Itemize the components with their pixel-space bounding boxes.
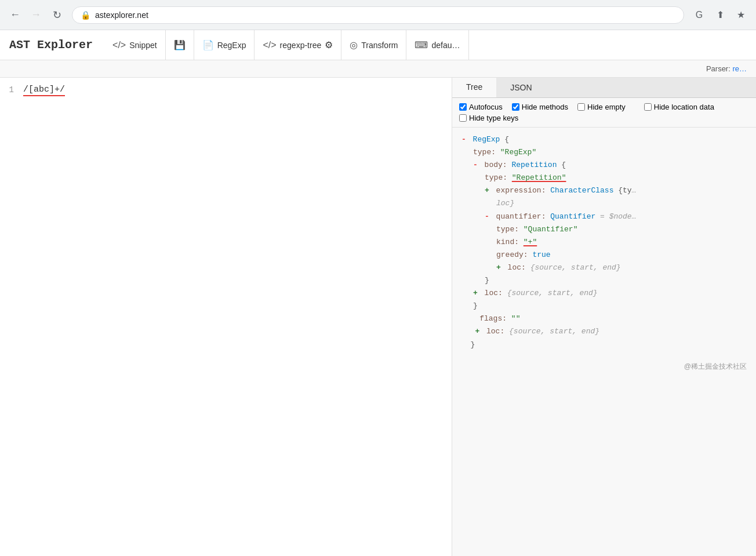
default-menu[interactable]: ⌨ defau… <box>406 30 468 60</box>
ast-line: + loc: {source, start, end} <box>461 325 747 338</box>
ast-line: + loc: {source, start, end} <box>461 287 747 300</box>
ast-line: loc} <box>461 197 747 210</box>
address-bar[interactable]: 🔒 astexplorer.net <box>72 6 684 24</box>
ast-tree: - RegExp { type: "RegExp" - body: Repeti… <box>452 128 756 357</box>
snippet-label: Snippet <box>129 41 157 50</box>
lock-icon: 🔒 <box>81 10 90 20</box>
tab-json[interactable]: JSON <box>496 78 546 97</box>
share-button[interactable]: ⬆ <box>712 7 728 23</box>
code-text: /[abc]+/ <box>23 85 65 95</box>
gear-icon: ⚙ <box>325 39 333 50</box>
ast-line: kind: "+" <box>461 236 747 249</box>
ast-line: - RegExp { <box>461 133 747 146</box>
editor-line: 1 /[abc]+/ <box>0 83 452 96</box>
ast-line: - body: Repetition { <box>461 159 747 172</box>
browser-chrome: ← → ↻ 🔒 astexplorer.net G ⬆ ★ <box>0 0 756 30</box>
regexp-label: RegExp <box>217 41 246 50</box>
red-underline <box>23 95 65 96</box>
transform-menu[interactable]: ◎ Transform <box>341 30 406 60</box>
main-layout: 1 /[abc]+/ Tree JSON Autofocus Hide meth… <box>0 78 756 556</box>
ast-line: } <box>461 274 747 287</box>
url-text: astexplorer.net <box>95 10 148 20</box>
ast-line: + expression: CharacterClass {ty… <box>461 184 747 197</box>
hide-empty-checkbox[interactable]: Hide empty <box>577 103 626 111</box>
regexp-type: RegExp <box>468 133 500 146</box>
checkboxes-bar: Autofocus Hide methods Hide empty Hide l… <box>452 98 756 128</box>
hide-empty-label: Hide empty <box>587 103 626 111</box>
parser-menu[interactable]: </> regexp-tree ⚙ <box>255 30 341 60</box>
reload-button[interactable]: ↻ <box>49 7 65 23</box>
app-header: AST Explorer </> Snippet 💾 📄 RegExp </> … <box>0 30 756 60</box>
editor-panel[interactable]: 1 /[abc]+/ <box>0 78 452 556</box>
transform-label: Transform <box>361 41 398 50</box>
app-title: AST Explorer <box>9 38 93 52</box>
save-button[interactable]: 💾 <box>166 30 194 60</box>
expand-loc-body[interactable]: + <box>473 287 478 300</box>
regexp-menu[interactable]: 📄 RegExp <box>194 30 255 60</box>
ast-line: } <box>461 339 747 351</box>
ast-panel: Tree JSON Autofocus Hide methods Hide em… <box>452 78 756 556</box>
autofocus-label: Autofocus <box>469 103 503 111</box>
ast-line: type: "Repetition" <box>461 172 747 184</box>
parser-bar-label: Parser: <box>706 64 730 73</box>
hide-type-keys-checkbox[interactable]: Hide type keys <box>459 114 518 122</box>
regexp-icon: 📄 <box>202 39 214 50</box>
default-label: defau… <box>431 41 460 50</box>
editor-content: 1 /[abc]+/ <box>0 78 452 101</box>
line-number: 1 <box>0 85 23 95</box>
save-icon: 💾 <box>174 39 186 50</box>
hide-methods-label: Hide methods <box>522 103 568 111</box>
forward-button[interactable]: → <box>28 7 44 23</box>
ast-line: + loc: {source, start, end} <box>461 261 747 274</box>
translate-button[interactable]: G <box>691 7 707 23</box>
ast-line: greedy: true <box>461 249 747 261</box>
parser-bar-link[interactable]: re… <box>732 64 747 73</box>
back-button[interactable]: ← <box>7 7 23 23</box>
parser-label: regexp-tree <box>280 41 322 50</box>
collapse-regexp[interactable]: - <box>461 133 466 146</box>
tab-tree[interactable]: Tree <box>452 78 496 97</box>
ast-line: type: "RegExp" <box>461 146 747 159</box>
ast-line: } <box>461 300 747 312</box>
bookmark-button[interactable]: ★ <box>733 7 749 23</box>
autofocus-checkbox[interactable]: Autofocus <box>459 103 503 111</box>
hide-location-label: Hide location data <box>654 103 714 111</box>
ast-line: type: "Quantifier" <box>461 223 747 236</box>
snippet-icon: </> <box>112 40 126 50</box>
browser-actions: G ⬆ ★ <box>691 7 749 23</box>
collapse-body[interactable]: - <box>473 159 478 172</box>
hide-methods-checkbox[interactable]: Hide methods <box>512 103 568 111</box>
code-value: /[abc]+/ <box>23 85 65 95</box>
expand-loc-root[interactable]: + <box>461 325 479 338</box>
expand-expression[interactable]: + <box>485 184 489 197</box>
hide-location-checkbox[interactable]: Hide location data <box>644 103 714 111</box>
ast-line: flags: "" <box>461 312 747 325</box>
ast-tabs: Tree JSON <box>452 78 756 98</box>
collapse-quantifier[interactable]: - <box>485 210 489 223</box>
ast-line: - quantifier: Quantifier = $node… <box>461 210 747 223</box>
keyboard-icon: ⌨ <box>415 39 428 50</box>
parser-bar: Parser: re… <box>0 60 756 78</box>
snippet-menu[interactable]: </> Snippet <box>104 30 166 60</box>
expand-loc-quantifier[interactable]: + <box>496 261 501 274</box>
nav-buttons: ← → ↻ <box>7 7 65 23</box>
transform-icon: ◎ <box>350 39 358 50</box>
code-icon: </> <box>263 40 276 50</box>
hide-type-keys-label: Hide type keys <box>469 114 518 122</box>
watermark: @稀土掘金技术社区 <box>452 357 756 376</box>
